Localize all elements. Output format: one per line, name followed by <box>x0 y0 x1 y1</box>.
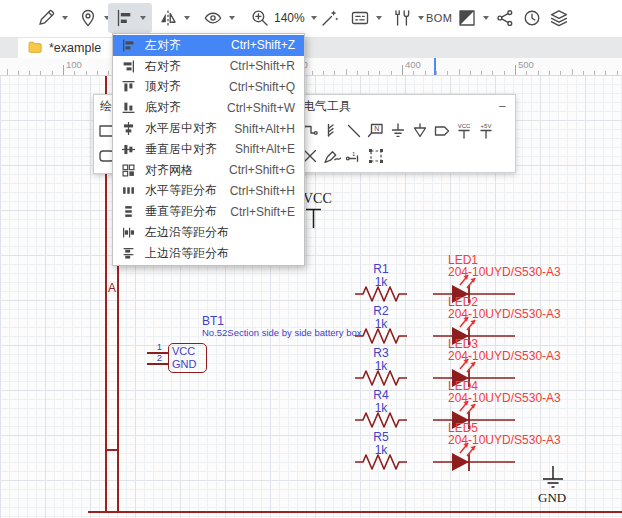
tab-example[interactable]: *example <box>18 37 117 58</box>
resistor-value[interactable]: 1k <box>353 444 409 456</box>
vcc-flag-symbol[interactable] <box>304 208 324 230</box>
ruler-tick <box>560 71 561 75</box>
align-hcenter-icon <box>121 122 136 135</box>
view-button[interactable] <box>203 3 235 33</box>
align-button[interactable] <box>108 3 152 33</box>
select-group-tool-icon[interactable] <box>365 143 387 168</box>
ruler-tick <box>74 71 75 75</box>
menu-item-distribute-h[interactable]: 水平等距分布Ctrl+Shift+H <box>113 181 304 202</box>
menu-item-label: 左对齐 <box>145 37 231 54</box>
resistor-value[interactable]: 1k <box>353 402 409 414</box>
layers-button[interactable] <box>549 3 569 33</box>
vcc-flag-tool-icon[interactable]: VCC <box>453 118 475 143</box>
svg-text:VCC: VCC <box>458 123 471 129</box>
menu-item-align-hcenter[interactable]: 水平居中对齐Shift+Alt+H <box>113 118 304 139</box>
resistor-designator[interactable]: R2 <box>353 305 409 317</box>
tab-label: *example <box>49 41 101 55</box>
menu-item-align-vcenter[interactable]: 垂直居中对齐Shift+Alt+E <box>113 139 304 160</box>
ground-tool-icon[interactable] <box>387 118 409 143</box>
distribute-v-icon <box>121 205 136 218</box>
tab-bar: *example <box>0 37 622 58</box>
probe-tool-icon[interactable] <box>321 143 343 168</box>
chevron-down-icon <box>62 16 68 20</box>
resistor-designator[interactable]: R1 <box>353 263 409 275</box>
menu-item-shortcut: Shift+Alt+E <box>235 142 295 156</box>
align-bottom-icon <box>121 101 136 114</box>
history-button[interactable] <box>522 3 542 33</box>
ruler-cursor-indicator <box>434 58 436 75</box>
ruler-tick <box>97 71 98 75</box>
ruler-tick <box>447 71 448 75</box>
menu-item-distribute-left[interactable]: 左边沿等距分布 <box>113 222 304 243</box>
ruler-tick <box>526 71 527 75</box>
menu-item-distribute-v[interactable]: 垂直等距分布Ctrl+Shift+E <box>113 201 304 222</box>
draw-tool-button[interactable] <box>36 3 68 33</box>
bus-tool-icon[interactable] <box>321 118 343 143</box>
tools-icon <box>392 8 412 28</box>
battery-pin2-wire[interactable] <box>147 363 168 365</box>
ruler-tick <box>402 65 403 75</box>
menu-item-align-right[interactable]: 右对齐Ctrl+Shift+R <box>113 56 304 77</box>
netlabel-tool-icon[interactable]: N <box>365 118 387 143</box>
chevron-down-icon <box>184 16 190 20</box>
chevron-down-icon <box>140 16 146 20</box>
led-part-number[interactable]: 204-10UYD/S530-A3 <box>448 434 561 446</box>
resistor-value[interactable]: 1k <box>353 276 409 288</box>
ruler-tick <box>7 69 8 75</box>
led-part-number[interactable]: 204-10UYD/S530-A3 <box>448 392 561 404</box>
mirror-button[interactable] <box>158 3 190 33</box>
led-part-number[interactable]: 204-10UYD/S530-A3 <box>448 308 561 320</box>
menu-item-align-bottom[interactable]: 底对齐Ctrl+Shift+W <box>113 97 304 118</box>
resistor-designator[interactable]: R5 <box>353 431 409 443</box>
chevron-down-icon <box>311 16 317 20</box>
redo-icon[interactable] <box>0 3 6 33</box>
menu-item-align-top[interactable]: 顶对齐Ctrl+Shift+Q <box>113 77 304 98</box>
ruler-tick <box>436 71 437 75</box>
annotation-tool-button[interactable] <box>78 3 110 33</box>
resistor-designator[interactable]: R4 <box>353 389 409 401</box>
led-part-number[interactable]: 204-10UYD/S530-A3 <box>448 266 561 278</box>
menu-item-distribute-top[interactable]: 上边沿等距分布 <box>113 243 304 264</box>
magic-wand-button[interactable] <box>320 3 340 33</box>
battery-pin2-name: GND <box>172 359 196 370</box>
menu-item-label: 垂直居中对齐 <box>145 141 235 158</box>
menu-item-align-grid[interactable]: 对齐网格Ctrl+Shift+G <box>113 160 304 181</box>
resistor-designator[interactable]: R3 <box>353 347 409 359</box>
menu-item-align-left[interactable]: 左对齐Ctrl+Shift+Z <box>113 35 304 56</box>
history-icon <box>522 8 542 28</box>
signal-ground-tool-icon[interactable] <box>409 118 431 143</box>
ruler-tick <box>515 65 516 75</box>
ruler-tick <box>312 71 313 75</box>
panel-settings-button[interactable] <box>350 3 382 33</box>
pin-tool-icon[interactable]: 1 <box>343 143 365 168</box>
chevron-down-icon <box>376 16 382 20</box>
resistor-value[interactable]: 1k <box>353 360 409 372</box>
distribute-top-icon <box>121 247 136 260</box>
minimize-panel-button[interactable]: − <box>495 100 509 113</box>
theme-button[interactable] <box>457 3 489 33</box>
layers-icon <box>549 8 569 28</box>
zoom-control[interactable]: 140% <box>250 3 317 33</box>
menu-item-shortcut: Shift+Alt+H <box>234 122 295 136</box>
sheet-row-divider <box>105 449 119 451</box>
led-part-number[interactable]: 204-10UYD/S530-A3 <box>448 350 561 362</box>
zoom-control-label: 140% <box>274 11 305 25</box>
gnd-flag-label: GND <box>538 491 566 505</box>
resistor-value[interactable]: 1k <box>353 318 409 330</box>
align-top-icon <box>121 80 136 93</box>
battery-designator[interactable]: BT1 <box>202 315 224 327</box>
netport-tool-icon[interactable] <box>431 118 453 143</box>
line-tool-icon[interactable] <box>343 118 365 143</box>
bom-button[interactable]: BOM <box>426 3 452 33</box>
mirror-icon <box>158 8 178 28</box>
ruler-tick <box>470 71 471 75</box>
plus5v-flag-tool-icon[interactable]: +5V <box>475 118 497 143</box>
gnd-flag-symbol[interactable] <box>540 466 566 490</box>
battery-description[interactable]: No.52Section side by side battery box <box>202 328 361 338</box>
battery-pin1-number: 1 <box>150 342 162 352</box>
share-button[interactable] <box>495 3 515 33</box>
tools-button[interactable] <box>392 3 424 33</box>
folder-icon <box>28 39 42 57</box>
electrical-tools-panel-header[interactable]: 电气工具 − <box>297 95 515 117</box>
ruler-tick <box>413 71 414 75</box>
